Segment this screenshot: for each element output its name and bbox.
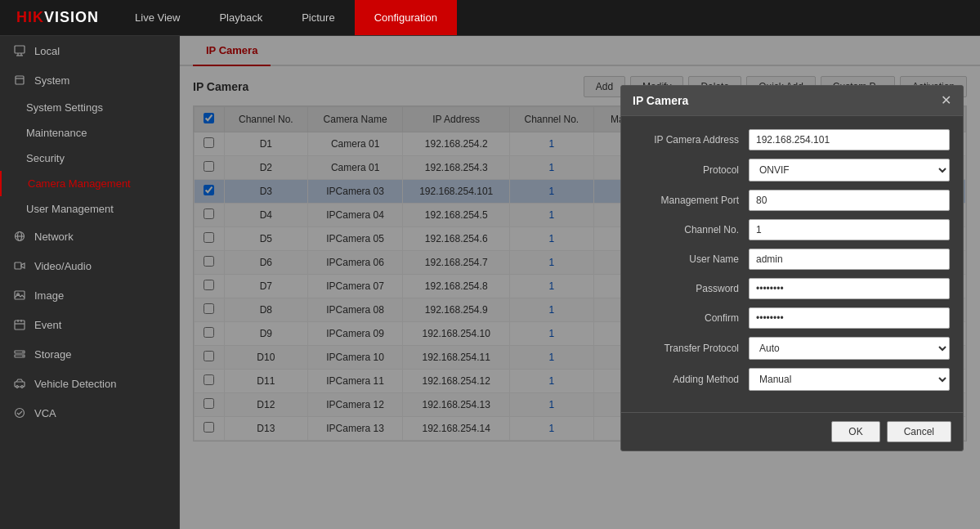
event-icon [13, 318, 26, 331]
svg-point-23 [16, 409, 25, 418]
input-channel-no[interactable] [749, 219, 950, 240]
select-adding-method[interactable]: Manual Auto [749, 368, 950, 391]
vehicle-icon [13, 377, 26, 390]
sidebar-label-system: System [34, 74, 69, 87]
sidebar-label-storage: Storage [34, 348, 72, 361]
form-row-channel-no: Channel No. [634, 219, 950, 240]
select-transfer-protocol[interactable]: Auto TCP UDP [749, 337, 950, 360]
input-user-name[interactable] [749, 249, 950, 270]
sidebar-item-network[interactable]: Network [0, 222, 179, 251]
sidebar-label-network: Network [34, 231, 74, 243]
modal-footer: OK Cancel [621, 412, 963, 451]
label-channel-no: Channel No. [634, 224, 749, 235]
label-ip-camera-address: IP Camera Address [634, 134, 749, 146]
label-protocol: Protocol [634, 164, 749, 176]
form-row-user-name: User Name [634, 249, 950, 270]
modal-close-button[interactable]: ✕ [941, 94, 951, 107]
svg-rect-12 [15, 321, 25, 330]
svg-rect-4 [16, 76, 24, 84]
sidebar-label-vca: VCA [34, 407, 56, 419]
nav-live-view[interactable]: Live View [115, 0, 199, 35]
input-password[interactable] [749, 278, 950, 299]
sidebar-item-video-audio[interactable]: Video/Audio [0, 251, 179, 280]
modal-title: IP Camera [633, 94, 688, 107]
input-confirm[interactable] [749, 307, 950, 329]
sidebar-item-user-management[interactable]: User Management [0, 196, 179, 222]
vca-icon [13, 406, 26, 419]
nav-picture[interactable]: Picture [282, 0, 354, 35]
sidebar-item-vehicle-detection[interactable]: Vehicle Detection [0, 369, 179, 398]
svg-point-19 [22, 356, 24, 357]
svg-rect-10 [15, 291, 25, 299]
input-management-port[interactable] [749, 190, 950, 211]
sidebar-label-vehicle-detection: Vehicle Detection [34, 378, 116, 390]
sidebar-item-camera-management[interactable]: Camera Management [0, 171, 179, 196]
sidebar-item-system[interactable]: System [0, 65, 179, 95]
label-password: Password [634, 283, 749, 294]
main-layout: Local System System Settings Maintenance… [0, 36, 980, 529]
form-row-management-port: Management Port [634, 190, 950, 211]
sidebar-item-storage[interactable]: Storage [0, 339, 179, 369]
sidebar-item-image[interactable]: Image [0, 280, 179, 310]
form-row-protocol: Protocol ONVIF HIKVISION RTSP [634, 159, 950, 182]
input-ip-camera-address[interactable] [749, 129, 950, 150]
select-protocol[interactable]: ONVIF HIKVISION RTSP [749, 159, 950, 182]
modal-ok-button[interactable]: OK [831, 421, 879, 442]
sidebar-label-local: Local [34, 45, 60, 57]
logo: HIKVISION [0, 9, 115, 26]
sidebar-item-vca[interactable]: VCA [0, 398, 179, 428]
label-management-port: Management Port [634, 195, 749, 206]
form-row-transfer-protocol: Transfer Protocol Auto TCP UDP [634, 337, 950, 360]
svg-point-18 [22, 352, 24, 353]
logo-hik: HIK [16, 9, 44, 25]
system-icon [13, 74, 26, 87]
nav-playback[interactable]: Playback [199, 0, 282, 35]
form-row-confirm: Confirm [634, 307, 950, 329]
sidebar-item-system-settings[interactable]: System Settings [0, 95, 179, 120]
label-user-name: User Name [634, 253, 749, 265]
nav-items: Live View Playback Picture Configuration [115, 0, 457, 35]
modal-header: IP Camera ✕ [621, 86, 963, 116]
sidebar-label-image: Image [34, 289, 64, 302]
content-area: IP Camera IP Camera Add Modify Delete Qu… [180, 36, 980, 529]
logo-vision: VISION [44, 9, 99, 25]
network-icon [13, 230, 26, 243]
video-icon [13, 259, 26, 272]
sidebar: Local System System Settings Maintenance… [0, 36, 180, 529]
svg-rect-0 [15, 46, 25, 53]
ip-camera-modal: IP Camera ✕ IP Camera Address Protocol O… [620, 85, 964, 451]
label-adding-method: Adding Method [634, 374, 749, 385]
sidebar-item-security[interactable]: Security [0, 146, 179, 171]
nav-configuration[interactable]: Configuration [355, 0, 457, 35]
form-row-password: Password [634, 278, 950, 299]
sidebar-item-local[interactable]: Local [0, 36, 179, 65]
image-icon [13, 289, 26, 302]
form-row-adding-method: Adding Method Manual Auto [634, 368, 950, 391]
modal-overlay: IP Camera ✕ IP Camera Address Protocol O… [180, 36, 980, 529]
monitor-icon [13, 44, 26, 57]
modal-body: IP Camera Address Protocol ONVIF HIKVISI… [621, 116, 963, 412]
top-nav: HIKVISION Live View Playback Picture Con… [0, 0, 980, 36]
modal-cancel-button[interactable]: Cancel [887, 421, 951, 442]
sidebar-item-event[interactable]: Event [0, 310, 179, 339]
sidebar-label-event: Event [34, 319, 61, 331]
svg-rect-9 [15, 262, 21, 269]
storage-icon [13, 347, 26, 361]
label-confirm: Confirm [634, 312, 749, 324]
label-transfer-protocol: Transfer Protocol [634, 343, 749, 354]
sidebar-label-video-audio: Video/Audio [34, 260, 92, 272]
sidebar-item-maintenance[interactable]: Maintenance [0, 120, 179, 146]
form-row-ip-address: IP Camera Address [634, 129, 950, 150]
